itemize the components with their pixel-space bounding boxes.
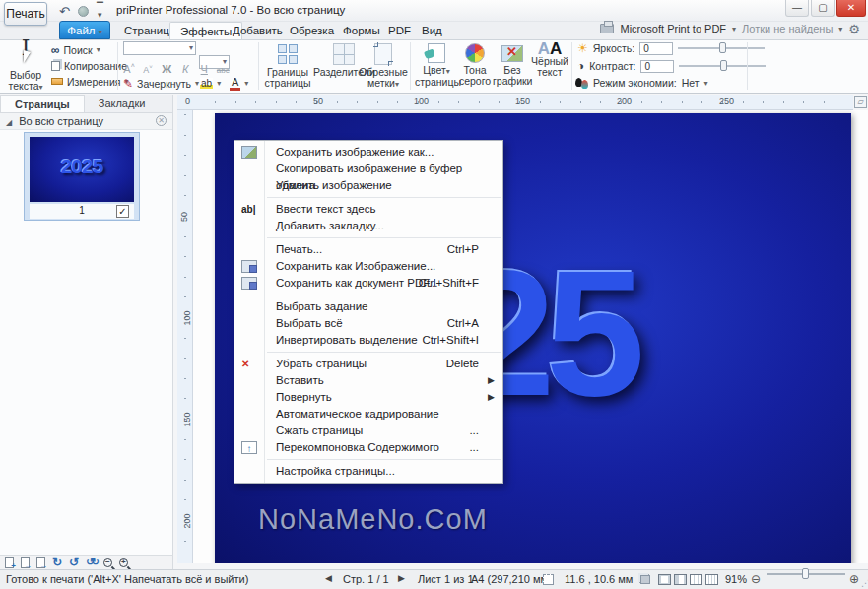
menu-item-page-setup[interactable]: Настройка страницы... (234, 463, 502, 480)
menu-item-delete-image[interactable]: Удалить изображение (234, 177, 502, 194)
chevron-down-icon[interactable]: ▾ (704, 79, 708, 88)
page-borders-button[interactable]: Границыстраницы (264, 43, 311, 89)
group-separator (117, 42, 118, 90)
insert-page-after-icon[interactable]: → (36, 557, 45, 568)
font-color-button[interactable]: А▾ (230, 76, 248, 91)
economy-select[interactable]: Нет (682, 77, 700, 89)
strikethrough-button[interactable]: abc (215, 64, 231, 77)
chevron-down-icon[interactable]: ▾ (838, 25, 842, 33)
printer-select[interactable]: Microsoft Print to PDF (620, 23, 726, 34)
text-cursor-icon: ab| (241, 203, 257, 216)
menu-item-enter-text-here[interactable]: ab| Ввести текст здесь (234, 201, 502, 218)
select-text-button[interactable]: I Выбор текста▾ (4, 42, 47, 93)
pages-toolbar: + → → ↻ ↺ ↺↻ − + (0, 555, 173, 569)
zoom-out-icon[interactable]: − (103, 558, 112, 567)
menu-item-insert[interactable]: Вставить ▶ (234, 372, 502, 389)
menu-item-invert-selection[interactable]: Инвертировать выделение Ctrl+Shift+I (234, 332, 502, 349)
zoom-in-icon[interactable]: + (119, 558, 128, 567)
menu-item-auto-crop[interactable]: Автоматическое кадрирование (234, 406, 502, 423)
panel-tabs: Страницы Закладки (0, 95, 172, 113)
contrast-slider[interactable] (679, 65, 766, 67)
page-setup-icon[interactable]: ▱ (854, 96, 867, 108)
no-graphics-button[interactable]: Безграфики (493, 43, 532, 87)
bold-button[interactable]: Ж (159, 63, 174, 76)
page-thumbnail[interactable]: 2025 1 ✓ (24, 132, 140, 221)
grayscale-button[interactable]: Тонасерого (457, 43, 493, 87)
menu-separator (267, 294, 501, 295)
menu-item-rotate[interactable]: Повернуть ▶ (234, 389, 502, 406)
search-button[interactable]: ∞ Поиск▾ (51, 42, 100, 57)
tab-bookmarks[interactable]: Закладки (85, 95, 160, 112)
grow-font-button[interactable]: А˄ (121, 59, 137, 76)
vertical-ruler[interactable]: 50 100 150 200 (177, 110, 193, 563)
underline-button[interactable]: Ч (196, 63, 212, 76)
view-facing-pages-icon[interactable] (674, 574, 687, 585)
group-separator (571, 42, 572, 90)
page-color-button[interactable]: Цвет▾страницы (415, 43, 458, 88)
add-page-icon[interactable]: + (5, 557, 14, 568)
record-circle-icon[interactable] (78, 6, 89, 17)
minimize-button[interactable]: — (785, 0, 809, 17)
brightness-slider[interactable] (678, 47, 765, 49)
font-family-combo[interactable] (123, 41, 196, 55)
brightness-input[interactable]: 0 (639, 42, 673, 55)
zoom-slider[interactable] (767, 573, 845, 575)
undo-icon[interactable]: ↶ (59, 4, 70, 19)
close-button[interactable]: ✕ (836, 0, 866, 17)
chevron-down-icon[interactable]: ▾ (732, 25, 736, 33)
menu-item-select-job[interactable]: Выбрать задание (234, 298, 502, 315)
crop-marks-button[interactable]: Обрезныеметки▾ (359, 43, 408, 90)
close-job-icon[interactable]: ✕ (156, 115, 167, 126)
marker-pen-icon: ✎ (123, 77, 133, 91)
highlight-button[interactable]: ab▾ (200, 76, 221, 91)
gear-icon[interactable]: ⚙ (848, 22, 860, 36)
page-borders-icon (277, 43, 299, 65)
app-window: { "window": { "title": "priPrinter Profe… (0, 0, 868, 589)
copy-button[interactable]: Копирование (51, 58, 127, 73)
black-text-button[interactable]: АA Чёрныйтекст (530, 43, 569, 78)
rotate-ccw-icon[interactable]: ↺ (69, 556, 79, 568)
menu-item-remove-pages[interactable]: ✕ Убрать страницы Delete (234, 356, 502, 372)
qat-customize-icon[interactable]: ▔▾ (97, 3, 103, 19)
menu-item-print[interactable]: Печать... Ctrl+P (234, 241, 502, 258)
zoom-out-button[interactable]: ⊖ (751, 572, 761, 586)
rotate-180-icon[interactable]: ↺↻ (86, 556, 97, 568)
tab-view[interactable]: Вид (412, 22, 452, 39)
pages-stack-icon[interactable] (640, 575, 650, 584)
page-thumbnail-image: 2025 (30, 137, 134, 202)
resize-grip[interactable]: ⋰ (861, 578, 868, 588)
print-quick-button[interactable]: Печать (4, 2, 47, 26)
sheet-label: Лист 1 из 1 (418, 573, 474, 585)
prev-page-icon[interactable]: ◀ (325, 573, 332, 583)
zoom-in-button[interactable]: ⊕ (849, 572, 859, 586)
strikeout-button[interactable]: ✎ Зачеркнуть▾ (123, 76, 199, 91)
italic-button[interactable]: К (177, 63, 193, 76)
tab-pages[interactable]: Страницы (0, 95, 85, 112)
next-page-icon[interactable]: ▶ (398, 573, 405, 583)
expand-triangle-icon[interactable]: ◢ (6, 118, 12, 127)
insert-page-before-icon[interactable]: → (21, 557, 30, 568)
trays-select[interactable]: Лотки не найдены (742, 23, 833, 34)
horizontal-ruler[interactable]: 0 50 100 150 200 250 (177, 95, 853, 110)
menu-item-copy-image[interactable]: Скопировать изображение в буфер обмена (234, 161, 502, 177)
font-format-row: А˄ А˅ Ж К Ч abc (121, 59, 231, 77)
menu-item-reflow-content[interactable]: ↑ Перекомпоновка Содержимого ... (234, 439, 502, 456)
view-multi-page-icon[interactable] (690, 574, 702, 585)
contrast-input[interactable]: 0 (640, 60, 674, 73)
view-thumbnails-icon[interactable] (705, 574, 718, 585)
maximize-button[interactable]: ▢ (811, 0, 835, 17)
view-single-page-icon[interactable] (658, 574, 671, 585)
rotate-cw-icon[interactable]: ↻ (52, 556, 62, 568)
menu-item-shrink-pages[interactable]: Сжать страницы ... (234, 423, 502, 439)
job-tree-header[interactable]: ◢ Во всю страницу ✕ (0, 113, 172, 130)
shrink-font-button[interactable]: А˅ (140, 61, 156, 77)
page-checkbox[interactable]: ✓ (116, 205, 129, 218)
menu-item-save-as-image[interactable]: Сохранить как Изображение... (234, 258, 502, 275)
menu-item-add-bookmark[interactable]: Добавить закладку... (234, 218, 502, 234)
menu-item-save-as-pdf[interactable]: Сохранить как документ PDF... Ctrl+Shift… (234, 275, 502, 292)
tab-file[interactable]: Файл ▾ (59, 21, 110, 39)
printer-icon (600, 24, 614, 33)
menu-item-save-image-as[interactable]: Сохранить изображение как... (234, 144, 502, 161)
menu-item-select-all[interactable]: Выбрать всё Ctrl+A (234, 315, 502, 332)
reflow-icon: ↑ (241, 441, 257, 454)
